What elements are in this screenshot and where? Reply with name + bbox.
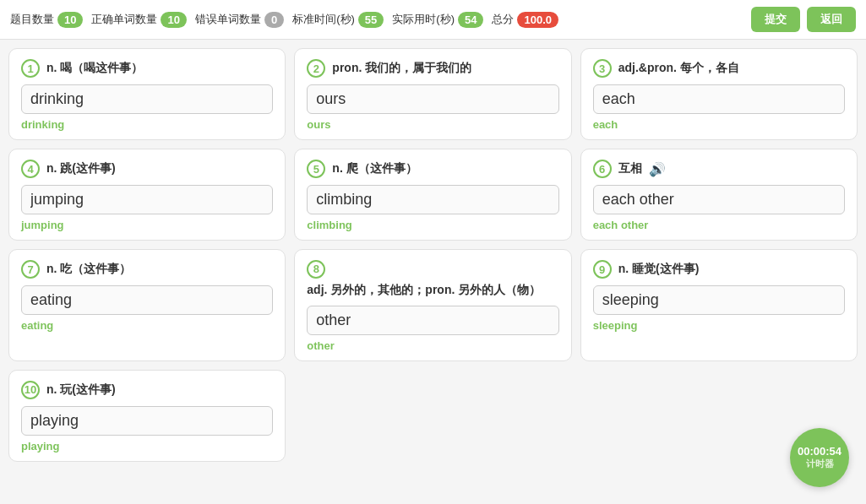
actual-time-value: 54 [458, 12, 483, 28]
answer-6: each other [593, 219, 845, 231]
card-title-3: 3 adj.&pron. 每个，各自 [593, 59, 845, 78]
answer-8: other [307, 339, 558, 352]
card-num-8: 8 [307, 260, 325, 279]
card-4: 4 n. 跳(这件事)jumping [8, 149, 286, 241]
total-score-label: 总分 [492, 12, 514, 27]
input-2[interactable] [307, 84, 558, 114]
input-9[interactable] [593, 285, 845, 315]
card-1: 1 n. 喝（喝这件事）drinking [8, 48, 286, 140]
wrong-label: 错误单词数量 [195, 12, 261, 27]
card-num-5: 5 [307, 160, 325, 178]
card-title-4: 4 n. 跳(这件事) [21, 160, 273, 178]
timer-time: 00:00:54 [798, 445, 841, 458]
card-2: 2 pron. 我们的，属于我们的ours [294, 48, 571, 140]
top-bar-actions: 提交 返回 [751, 7, 856, 32]
answer-2: ours [307, 118, 558, 131]
answer-1: drinking [21, 118, 273, 131]
correct-label: 正确单词数量 [91, 12, 157, 27]
std-time-label: 标准时间(秒) [292, 12, 355, 27]
total-questions-badge: 题目数量 10 [10, 12, 83, 28]
answer-5: climbing [307, 219, 558, 231]
card-num-4: 4 [21, 160, 40, 178]
card-num-6: 6 [593, 160, 612, 178]
answer-3: each [593, 118, 845, 131]
input-8[interactable] [307, 306, 558, 335]
input-5[interactable] [307, 185, 558, 214]
answer-4: jumping [21, 219, 273, 231]
input-7[interactable] [21, 285, 273, 315]
card-7: 7 n. 吃（这件事）eating [8, 249, 286, 361]
sound-icon-6[interactable]: 🔊 [649, 161, 666, 177]
card-title-8: 8 adj. 另外的，其他的；pron. 另外的人（物） [307, 260, 558, 299]
std-time-badge: 标准时间(秒) 55 [292, 12, 384, 28]
submit-button[interactable]: 提交 [751, 7, 800, 32]
total-score-value: 100.0 [517, 12, 558, 28]
card-5: 5 n. 爬（这件事）climbing [294, 149, 571, 241]
input-10[interactable] [21, 406, 273, 436]
card-8: 8 adj. 另外的，其他的；pron. 另外的人（物）other [294, 249, 571, 361]
card-title-1: 1 n. 喝（喝这件事） [21, 59, 273, 78]
total-questions-label: 题目数量 [10, 12, 54, 27]
card-title-2: 2 pron. 我们的，属于我们的 [307, 59, 558, 78]
actual-time-label: 实际用时(秒) [392, 12, 455, 27]
top-bar: 题目数量 10 正确单词数量 10 错误单词数量 0 标准时间(秒) 55 实际… [0, 0, 866, 40]
card-num-9: 9 [593, 260, 612, 279]
card-title-10: 10 n. 玩(这件事) [21, 381, 273, 399]
total-questions-value: 10 [57, 12, 83, 28]
card-10: 10 n. 玩(这件事)playing [8, 370, 286, 462]
return-button[interactable]: 返回 [807, 7, 856, 32]
input-4[interactable] [21, 185, 273, 214]
input-3[interactable] [593, 84, 845, 114]
card-title-7: 7 n. 吃（这件事） [21, 260, 273, 279]
std-time-value: 55 [358, 12, 384, 28]
answer-7: eating [21, 319, 273, 332]
timer-label: 计时器 [806, 458, 834, 470]
card-title-5: 5 n. 爬（这件事） [307, 160, 558, 178]
card-num-1: 1 [21, 59, 40, 78]
card-title-9: 9 n. 睡觉(这件事) [593, 260, 845, 279]
card-num-3: 3 [593, 59, 612, 78]
correct-value: 10 [161, 12, 186, 28]
answer-9: sleeping [593, 319, 845, 332]
card-num-10: 10 [21, 381, 40, 399]
card-3: 3 adj.&pron. 每个，各自each [580, 48, 858, 140]
card-num-7: 7 [21, 260, 40, 279]
wrong-value: 0 [264, 12, 284, 28]
total-score-badge: 总分 100.0 [492, 12, 558, 28]
actual-time-badge: 实际用时(秒) 54 [392, 12, 483, 28]
cards-grid: 1 n. 喝（喝这件事）drinking2 pron. 我们的，属于我们的our… [0, 40, 866, 470]
card-9: 9 n. 睡觉(这件事)sleeping [580, 249, 858, 361]
input-1[interactable] [21, 84, 273, 114]
input-6[interactable] [593, 185, 845, 214]
answer-10: playing [21, 440, 273, 453]
correct-count-badge: 正确单词数量 10 [91, 12, 186, 28]
card-title-6: 6 互相🔊 [593, 160, 845, 178]
wrong-count-badge: 错误单词数量 0 [195, 12, 284, 28]
card-6: 6 互相🔊each other [580, 149, 858, 241]
card-num-2: 2 [307, 59, 325, 78]
